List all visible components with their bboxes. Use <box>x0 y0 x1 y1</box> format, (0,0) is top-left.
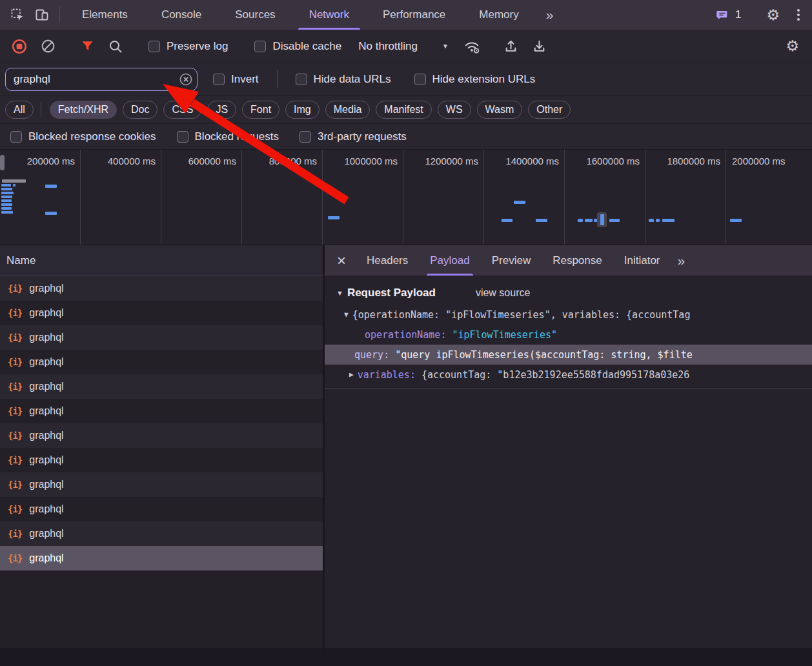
payload-preview-line[interactable]: ▼ {operationName: "ipFlowTimeseries", va… <box>325 305 812 325</box>
view-source-link[interactable]: view source <box>476 287 530 299</box>
disclosure-triangle-icon: ▼ <box>336 289 343 297</box>
request-row[interactable]: {i} graphql <box>0 448 323 472</box>
disclosure-triangle-icon[interactable]: ▼ <box>344 310 349 319</box>
json-key: operationName: <box>365 329 446 341</box>
request-type-chip[interactable]: CSS <box>163 101 201 119</box>
network-conditions-icon[interactable] <box>458 38 486 55</box>
kebab-menu-icon[interactable] <box>787 9 809 21</box>
clear-network-log-icon[interactable] <box>34 38 62 54</box>
inspect-element-icon[interactable] <box>5 0 30 30</box>
request-timeline-bar <box>45 212 57 215</box>
request-row[interactable]: {i} graphql <box>0 521 323 546</box>
panel-tab[interactable]: Elements <box>65 0 145 30</box>
payload-query-line-selected[interactable]: query: "query ipFlowTimeseries($accountT… <box>325 345 812 365</box>
details-tab[interactable]: Initiator <box>613 245 671 276</box>
details-tab[interactable]: Preview <box>481 245 542 276</box>
request-name-label: graphql <box>29 283 63 294</box>
filter-icon[interactable] <box>73 39 101 54</box>
request-name-label: graphql <box>29 405 63 417</box>
request-row[interactable]: {i} graphql <box>0 325 323 350</box>
request-type-chip[interactable]: Doc <box>123 101 157 119</box>
request-row[interactable]: {i} graphql <box>0 546 323 570</box>
advanced-filter-checkbox[interactable]: Blocked requests <box>169 130 287 143</box>
filter-input[interactable] <box>5 68 198 91</box>
more-details-tabs-icon[interactable]: » <box>671 245 691 276</box>
checkbox-box <box>254 41 266 52</box>
panel-tab[interactable]: Memory <box>462 0 535 30</box>
network-toolbar: Preserve log Disable cache No throttling… <box>0 30 812 63</box>
panel-tab[interactable]: Console <box>145 0 218 30</box>
request-timeline-bar <box>585 219 593 222</box>
json-request-icon: {i} <box>8 504 22 514</box>
toolbar-divider <box>59 6 60 23</box>
name-column-header[interactable]: Name <box>0 245 323 276</box>
request-row[interactable]: {i} graphql <box>0 472 323 497</box>
request-timeline-bar <box>1 207 12 210</box>
panel-tab[interactable]: Performance <box>366 0 462 30</box>
request-type-chip[interactable]: Fetch/XHR <box>50 101 117 119</box>
disable-cache-checkbox[interactable]: Disable cache <box>247 40 349 53</box>
checkbox-box <box>10 131 22 143</box>
settings-gear-icon[interactable]: ⚙ <box>758 6 787 24</box>
advanced-filter-checkbox[interactable]: Blocked response cookies <box>3 130 164 143</box>
more-panels-icon[interactable]: » <box>536 0 563 30</box>
request-row[interactable]: {i} graphql <box>0 350 323 374</box>
details-tab[interactable]: Response <box>542 245 613 276</box>
issues-counter[interactable]: 1 <box>709 8 747 22</box>
payload-operation-line[interactable]: operationName: "ipFlowTimeseries" <box>325 325 812 345</box>
advanced-filter-checkbox[interactable]: 3rd-party requests <box>292 130 414 143</box>
request-timeline-bar <box>662 219 675 222</box>
import-har-icon[interactable] <box>497 38 525 54</box>
request-timeline-bar <box>730 219 742 222</box>
invert-checkbox[interactable]: Invert <box>205 73 267 86</box>
request-name-label: graphql <box>29 381 63 392</box>
disclosure-triangle-icon[interactable]: ▶ <box>349 370 354 379</box>
request-type-chip[interactable]: Img <box>285 101 320 119</box>
request-type-chip[interactable]: Other <box>528 101 571 119</box>
json-request-icon: {i} <box>8 479 22 490</box>
hide-extension-urls-checkbox[interactable]: Hide extension URLs <box>407 73 543 86</box>
request-type-chip[interactable]: WS <box>438 101 471 119</box>
request-payload-section-header[interactable]: ▼ Request Payload view source <box>325 281 812 305</box>
request-type-chip[interactable]: Manifest <box>376 101 431 119</box>
close-details-icon[interactable]: × <box>327 245 356 276</box>
request-row[interactable]: {i} graphql <box>0 276 323 301</box>
details-tab[interactable]: Headers <box>356 245 419 276</box>
request-type-chip[interactable]: JS <box>207 101 236 119</box>
checkbox-box <box>299 131 311 143</box>
preserve-log-checkbox[interactable]: Preserve log <box>141 40 236 53</box>
record-network-log-icon[interactable] <box>5 38 34 55</box>
request-type-chip[interactable]: Media <box>325 101 370 119</box>
request-timeline-bar <box>1 184 11 187</box>
request-row[interactable]: {i} graphql <box>0 301 323 325</box>
device-toolbar-icon[interactable] <box>30 0 54 30</box>
clear-filter-icon[interactable] <box>179 72 193 86</box>
request-row[interactable]: {i} graphql <box>0 497 323 521</box>
panel-tab[interactable]: Sources <box>218 0 292 30</box>
request-type-chip[interactable]: Font <box>242 101 279 119</box>
checkbox-box <box>414 74 426 85</box>
section-title: Request Payload <box>347 287 436 299</box>
request-name-label: graphql <box>29 356 63 368</box>
request-timeline-bar <box>578 219 583 222</box>
throttling-dropdown[interactable]: No throttling ▼ <box>349 40 458 53</box>
advanced-filters-row: Blocked response cookies Blocked request… <box>0 124 812 150</box>
panel-tab[interactable]: Network <box>292 0 366 30</box>
payload-variables-line[interactable]: ▶ variables: {accountTag: "b12e3b2192ee5… <box>325 365 812 385</box>
search-icon[interactable] <box>101 39 130 54</box>
network-settings-gear-icon[interactable]: ⚙ <box>778 37 807 55</box>
request-name-label: graphql <box>29 454 63 466</box>
checkbox-box <box>148 41 160 52</box>
request-row[interactable]: {i} graphql <box>0 374 323 399</box>
request-row[interactable]: {i} graphql <box>0 399 323 423</box>
requests-list: {i} graphql {i} graphql {i} graphql {i} … <box>0 276 323 649</box>
export-har-icon[interactable] <box>525 38 554 54</box>
network-overview-timeline[interactable]: 200000 ms 400000 ms 600000 ms 800000 ms … <box>0 150 812 245</box>
request-type-chip[interactable]: Wasm <box>477 101 523 119</box>
request-row[interactable]: {i} graphql <box>0 423 323 448</box>
request-type-chip[interactable]: All <box>5 101 34 119</box>
details-tab[interactable]: Payload <box>419 245 480 276</box>
json-request-icon: {i} <box>8 406 22 416</box>
overview-grip-handle[interactable] <box>0 155 5 170</box>
hide-data-urls-checkbox[interactable]: Hide data URLs <box>288 73 399 86</box>
